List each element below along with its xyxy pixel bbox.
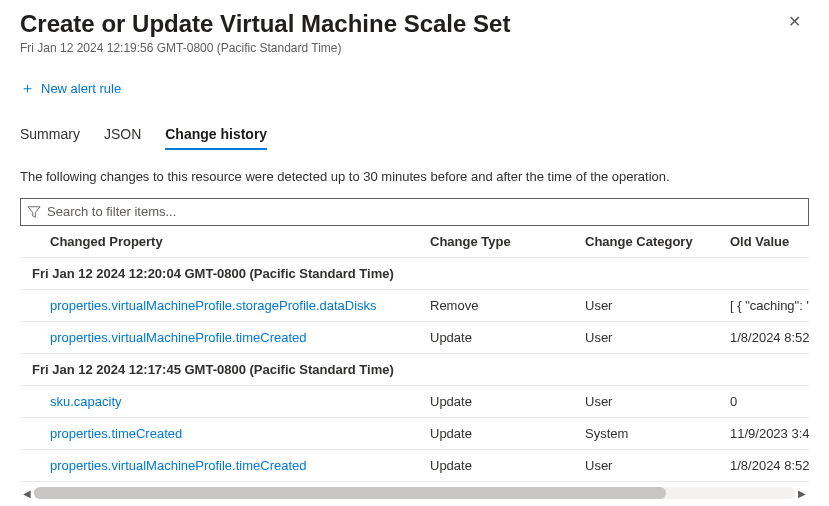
col-header-category[interactable]: Change Category [585,234,730,249]
group-header-label: Fri Jan 12 2024 12:20:04 GMT-0800 (Pacif… [32,266,394,281]
table-row[interactable]: properties.virtualMachineProfile.timeCre… [20,322,809,354]
change-type-cell: Update [430,426,585,441]
filter-icon [27,205,41,219]
old-value-cell: 11/9/2023 3:44:42 PM [730,426,809,441]
old-value-cell: [ { "caching": "None", [730,298,809,313]
change-category-cell: System [585,426,730,441]
change-type-cell: Update [430,330,585,345]
tab-summary[interactable]: Summary [20,126,80,150]
change-category-cell: User [585,298,730,313]
table-row[interactable]: properties.timeCreated Update System 11/… [20,418,809,450]
change-category-cell: User [585,394,730,409]
new-alert-rule-button[interactable]: ＋ New alert rule [20,79,121,98]
table-row[interactable]: properties.virtualMachineProfile.storage… [20,290,809,322]
scroll-track[interactable] [34,487,795,499]
scroll-right-icon[interactable]: ▶ [795,488,809,499]
table-row[interactable]: sku.capacity Update User 0 [20,386,809,418]
change-category-cell: User [585,330,730,345]
change-type-cell: Remove [430,298,585,313]
changed-property-link[interactable]: properties.virtualMachineProfile.storage… [50,298,377,313]
col-header-old-value[interactable]: Old Value [730,234,809,249]
close-button[interactable]: ✕ [780,10,809,34]
change-category-cell: User [585,458,730,473]
change-table: Changed Property Change Type Change Cate… [20,226,809,482]
table-header: Changed Property Change Type Change Cate… [20,226,809,258]
changed-property-link[interactable]: sku.capacity [50,394,122,409]
old-value-cell: 1/8/2024 8:52:58 PM [730,458,809,473]
plus-icon: ＋ [20,79,35,98]
search-input[interactable] [41,204,802,219]
page-timestamp: Fri Jan 12 2024 12:19:56 GMT-0800 (Pacif… [20,41,510,55]
changed-property-link[interactable]: properties.timeCreated [50,426,182,441]
close-icon: ✕ [788,13,801,30]
old-value-cell: 1/8/2024 8:52:58 PM [730,330,809,345]
changed-property-link[interactable]: properties.virtualMachineProfile.timeCre… [50,458,307,473]
table-row[interactable]: properties.virtualMachineProfile.timeCre… [20,450,809,482]
new-alert-rule-label: New alert rule [41,81,121,96]
page-title: Create or Update Virtual Machine Scale S… [20,10,510,39]
old-value-cell: 0 [730,394,809,409]
changed-property-link[interactable]: properties.virtualMachineProfile.timeCre… [50,330,307,345]
tab-bar: Summary JSON Change history [20,126,809,151]
horizontal-scrollbar[interactable]: ◀ ▶ [20,486,809,500]
col-header-type[interactable]: Change Type [430,234,585,249]
change-type-cell: Update [430,394,585,409]
tab-json[interactable]: JSON [104,126,141,150]
col-header-property[interactable]: Changed Property [20,234,430,249]
scroll-thumb[interactable] [34,487,666,499]
change-type-cell: Update [430,458,585,473]
scroll-left-icon[interactable]: ◀ [20,488,34,499]
group-header[interactable]: Fri Jan 12 2024 12:20:04 GMT-0800 (Pacif… [20,258,809,290]
group-header[interactable]: Fri Jan 12 2024 12:17:45 GMT-0800 (Pacif… [20,354,809,386]
group-header-label: Fri Jan 12 2024 12:17:45 GMT-0800 (Pacif… [32,362,394,377]
tab-change-history[interactable]: Change history [165,126,267,150]
description-text: The following changes to this resource w… [20,169,809,184]
search-filter[interactable] [20,198,809,226]
